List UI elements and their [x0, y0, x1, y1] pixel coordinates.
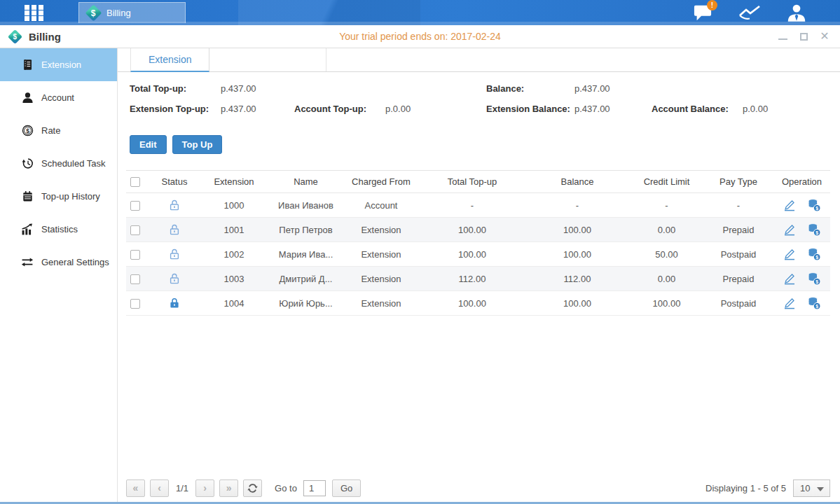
operation-cell: $ [773, 267, 830, 291]
select-all-checkbox[interactable] [130, 177, 140, 187]
pagination-bar: « ‹ 1/1 › » Go to Go [126, 479, 830, 497]
page-size-value: 10 [800, 483, 810, 493]
page-size-select[interactable]: 10 [793, 479, 830, 497]
row-checkbox[interactable] [130, 250, 140, 260]
ledger-icon [21, 59, 34, 71]
edit-pencil-icon[interactable] [783, 223, 797, 237]
row-checkbox[interactable] [130, 299, 140, 309]
operation-cell: $ [773, 193, 830, 218]
table-row: 1003Дмитрий Д...Extension112.00112.000.0… [126, 267, 830, 291]
balance-label: Balance: [486, 83, 574, 94]
column-header: Operation [773, 171, 830, 193]
charged-from-cell: Extension [343, 218, 420, 242]
goto-page-input[interactable] [303, 480, 326, 496]
app-tab-label: Billing [106, 8, 131, 18]
edit-pencil-icon[interactable] [783, 296, 797, 310]
sidebar: ExtensionAccount$RateScheduled TaskTop-u… [0, 48, 118, 502]
clock-history-icon [21, 158, 34, 170]
edit-pencil-icon[interactable] [783, 198, 797, 212]
extension-cell: 1000 [199, 193, 269, 218]
total-topup-cell: 100.00 [420, 218, 525, 242]
svg-text:$: $ [815, 279, 818, 285]
balance-cell: 112.00 [525, 267, 630, 291]
row-checkbox[interactable] [130, 225, 140, 235]
edit-pencil-icon[interactable] [783, 247, 797, 261]
top-bar: $ Billing ! [0, 0, 840, 25]
total-topup-value: p.437.00 [221, 83, 294, 94]
credit-limit-cell: 0.00 [630, 267, 703, 291]
charged-from-cell: Extension [343, 242, 420, 267]
billing-dollar-icon: $ [8, 29, 22, 43]
balance-cell: 100.00 [525, 242, 630, 267]
top-up-coins-icon[interactable]: $ [807, 247, 821, 261]
tab-extension[interactable]: Extension [130, 48, 209, 72]
displaying-count: Displaying 1 - 5 of 5 [705, 483, 786, 493]
top-up-coins-icon[interactable]: $ [807, 198, 821, 212]
edit-pencil-icon[interactable] [783, 272, 797, 286]
window-title: Billing [29, 31, 61, 43]
sidebar-item-label: Top-up History [41, 191, 100, 202]
row-checkbox[interactable] [130, 201, 140, 211]
table-body: 1000Иван ИвановAccount----$1001Петр Петр… [126, 193, 830, 316]
prev-page-icon[interactable]: ‹ [150, 479, 169, 497]
app-tab-billing[interactable]: $ Billing [78, 2, 186, 23]
close-icon[interactable]: ✕ [819, 31, 830, 42]
sidebar-item-general-settings[interactable]: General Settings [0, 246, 117, 279]
bar-chart-icon [21, 223, 34, 236]
credit-limit-cell: - [630, 193, 703, 218]
row-checkbox[interactable] [130, 274, 140, 284]
row-checkbox-cell [126, 267, 150, 291]
svg-text:$: $ [815, 206, 818, 211]
unlocked-icon [168, 248, 181, 260]
extension-topup-label: Extension Top-up: [130, 104, 221, 114]
sidebar-item-account[interactable]: Account [0, 81, 117, 114]
account-topup-value: p.0.00 [385, 104, 486, 114]
sidebar-item-rate[interactable]: $Rate [0, 114, 117, 147]
top-up-coins-icon[interactable]: $ [807, 296, 821, 310]
total-topup-label: Total Top-up: [130, 83, 221, 94]
billing-app-window: $ Billing ! $ [0, 0, 840, 504]
top-up-button[interactable]: Top Up [172, 135, 223, 154]
pay-type-cell: - [703, 193, 773, 218]
notifications-chat-icon[interactable]: ! [691, 2, 715, 23]
top-up-coins-icon[interactable]: $ [807, 272, 821, 286]
sidebar-item-top-up-history[interactable]: Top-up History [0, 180, 117, 213]
column-header: Status [150, 171, 199, 193]
pay-type-cell: Postpaid [703, 242, 773, 267]
table-row: 1001Петр ПетровExtension100.00100.000.00… [126, 218, 830, 242]
charged-from-cell: Extension [343, 267, 420, 291]
refresh-icon[interactable] [243, 479, 262, 497]
name-cell: Петр Петров [269, 218, 343, 242]
status-cell [150, 242, 199, 267]
sidebar-item-statistics[interactable]: Statistics [0, 213, 117, 246]
billing-dollar-icon: $ [85, 4, 102, 21]
notification-badge: ! [707, 0, 717, 10]
balance-cell: - [525, 193, 630, 218]
operation-cell: $ [773, 291, 830, 316]
next-page-icon[interactable]: › [195, 479, 214, 497]
top-up-coins-icon[interactable]: $ [807, 223, 821, 237]
first-page-icon[interactable]: « [126, 479, 145, 497]
sidebar-item-label: Account [41, 92, 74, 103]
resource-monitor-icon[interactable] [738, 2, 762, 23]
sidebar-item-extension[interactable]: Extension [0, 48, 117, 81]
column-header: Extension [199, 171, 269, 193]
name-cell: Иван Иванов [269, 193, 343, 218]
sidebar-item-label: Extension [41, 59, 81, 70]
user-account-icon[interactable] [785, 2, 808, 23]
column-header: Total Top-up [420, 171, 525, 193]
app-launcher-icon[interactable] [25, 5, 48, 21]
sidebar-item-scheduled-task[interactable]: Scheduled Task [0, 147, 117, 180]
status-cell [150, 291, 199, 316]
edit-button[interactable]: Edit [130, 135, 167, 154]
chevron-down-icon [817, 487, 824, 491]
last-page-icon[interactable]: » [219, 479, 238, 497]
balance-cell: 100.00 [525, 291, 630, 316]
operation-cell: $ [773, 242, 830, 267]
maximize-icon[interactable] [798, 31, 809, 42]
sidebar-item-label: General Settings [41, 257, 109, 267]
name-cell: Дмитрий Д... [269, 267, 343, 291]
minimize-icon[interactable] [777, 31, 788, 42]
svg-text:$: $ [815, 304, 818, 309]
go-button[interactable]: Go [332, 479, 361, 497]
